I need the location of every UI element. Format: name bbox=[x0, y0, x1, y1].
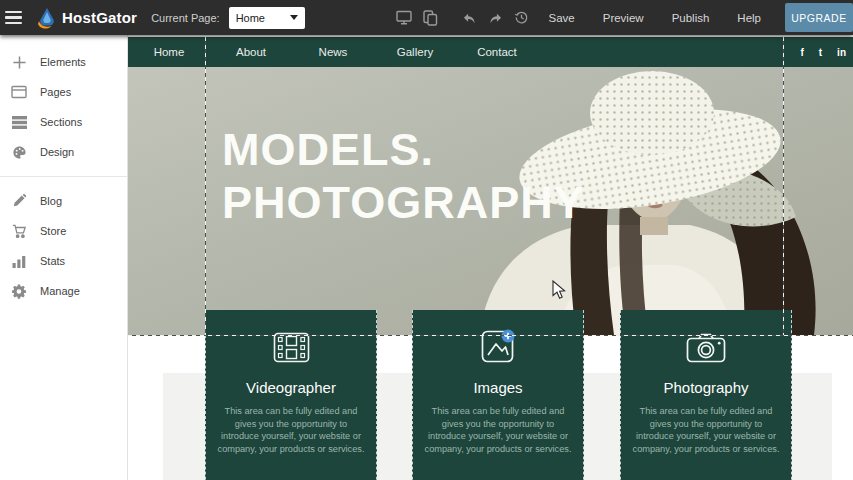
undo-icon[interactable] bbox=[457, 0, 483, 35]
hero-line2: PHOTOGRAPHY bbox=[222, 176, 585, 229]
sidebar-item-blog[interactable]: Blog bbox=[0, 186, 127, 216]
linkedin-icon[interactable]: in bbox=[837, 47, 846, 58]
sidebar-item-elements[interactable]: Elements bbox=[0, 47, 127, 77]
card-title: Photography bbox=[621, 379, 791, 396]
hostgator-logo: HostGator bbox=[36, 6, 137, 30]
camera-icon bbox=[621, 327, 791, 367]
sidebar-item-pages[interactable]: Pages bbox=[0, 77, 127, 107]
editor-guide-right bbox=[783, 37, 784, 335]
save-button[interactable]: Save bbox=[535, 0, 589, 35]
hostgator-builder-window: HostGator Current Page: Home bbox=[0, 0, 853, 480]
current-page-label: Current Page: bbox=[151, 12, 219, 24]
history-icon[interactable] bbox=[509, 0, 535, 35]
current-page-value: Home bbox=[236, 12, 265, 24]
hamburger-menu-icon[interactable] bbox=[0, 0, 30, 35]
bar-chart-icon bbox=[11, 253, 27, 269]
plus-icon bbox=[11, 54, 27, 70]
mobile-preview-icon[interactable] bbox=[417, 0, 443, 35]
site-preview-canvas: Home About News Gallery Contact f t in bbox=[128, 35, 853, 480]
editor-guide-left bbox=[205, 37, 206, 335]
help-button[interactable]: Help bbox=[723, 0, 775, 35]
palette-icon bbox=[11, 144, 27, 160]
hero-line1: MODELS. bbox=[222, 123, 585, 176]
redo-icon[interactable] bbox=[483, 0, 509, 35]
preview-button[interactable]: Preview bbox=[589, 0, 658, 35]
desktop-preview-icon[interactable] bbox=[391, 0, 417, 35]
sidebar-item-sections[interactable]: Sections bbox=[0, 107, 127, 137]
chevron-down-icon bbox=[290, 15, 298, 20]
card-title: Videographer bbox=[206, 379, 376, 396]
current-page-dropdown[interactable]: Home bbox=[229, 7, 305, 29]
editor-topbar: HostGator Current Page: Home bbox=[0, 0, 853, 35]
sidebar-item-store[interactable]: Store bbox=[0, 216, 127, 246]
hero-section[interactable]: MODELS. PHOTOGRAPHY bbox=[128, 67, 853, 335]
page-icon bbox=[11, 84, 27, 100]
hero-heading[interactable]: MODELS. PHOTOGRAPHY bbox=[222, 123, 585, 229]
sidebar-item-design[interactable]: Design bbox=[0, 137, 127, 167]
pencil-icon bbox=[11, 193, 27, 209]
sidebar-item-manage[interactable]: Manage bbox=[0, 276, 127, 306]
site-navbar: Home About News Gallery Contact f t in bbox=[128, 37, 853, 67]
sections-icon bbox=[11, 114, 27, 130]
card-body: This area can be fully edited and gives … bbox=[206, 405, 376, 455]
social-links: f t in bbox=[800, 37, 846, 67]
twitter-icon[interactable]: t bbox=[819, 47, 822, 58]
nav-item-about[interactable]: About bbox=[210, 46, 292, 58]
nav-item-home[interactable]: Home bbox=[128, 46, 210, 58]
sidebar-item-stats[interactable]: Stats bbox=[0, 246, 127, 276]
editor-section-divider bbox=[128, 335, 853, 336]
hostgator-mascot-icon bbox=[36, 6, 58, 30]
mouse-cursor bbox=[552, 280, 568, 300]
upgrade-button[interactable]: UPGRADE bbox=[785, 3, 853, 32]
nav-item-news[interactable]: News bbox=[292, 46, 374, 58]
facebook-icon[interactable]: f bbox=[800, 47, 803, 58]
film-icon bbox=[206, 327, 376, 367]
card-title: Images bbox=[413, 379, 583, 396]
card-body: This area can be fully edited and gives … bbox=[413, 405, 583, 455]
image-plus-icon bbox=[413, 327, 583, 367]
brand-name: HostGator bbox=[62, 9, 137, 26]
cart-icon bbox=[11, 223, 27, 239]
card-body: This area can be fully edited and gives … bbox=[621, 405, 791, 455]
nav-item-contact[interactable]: Contact bbox=[456, 46, 538, 58]
publish-button[interactable]: Publish bbox=[658, 0, 724, 35]
sidebar-divider bbox=[0, 176, 127, 177]
nav-item-gallery[interactable]: Gallery bbox=[374, 46, 456, 58]
editor-sidebar: Elements Pages Sections Design bbox=[0, 35, 128, 480]
gear-icon bbox=[11, 283, 27, 299]
